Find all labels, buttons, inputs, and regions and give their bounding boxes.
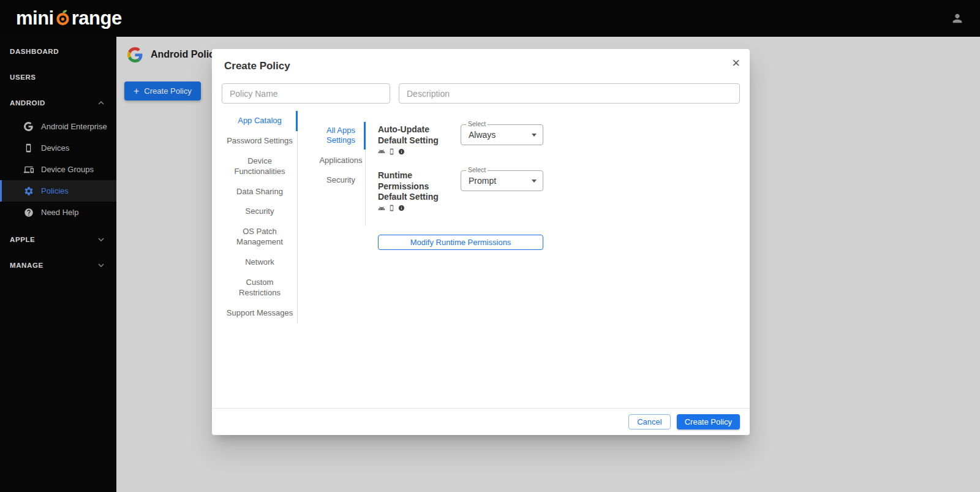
select-value: Always [461,125,543,145]
user-account-button[interactable] [951,12,964,25]
close-icon[interactable]: × [732,56,740,70]
top-header: mini range [0,0,980,37]
select-floating-label: Select [466,167,488,173]
settings-panel: Auto-Update Default Setting Select Alway… [378,124,543,250]
setting-label-block: Runtime Permissions Default Setting [378,170,458,212]
android-icon [378,205,385,212]
smartphone-icon [388,205,395,211]
tab-custom-restrictions[interactable]: Custom Restrictions [222,273,298,303]
smartphone-icon [388,148,395,155]
tab-network[interactable]: Network [222,252,298,273]
chevron-down-icon [532,180,537,183]
select-value: Prompt [461,171,543,191]
modal-body: App Catalog Password Settings Device Fun… [212,104,750,408]
logo-text-mini: mini [16,7,54,29]
select-floating-label: Select [466,121,488,127]
logo-text-range: range [72,7,122,29]
tab-data-sharing[interactable]: Data Sharing [222,182,298,202]
create-policy-submit-button[interactable]: Create Policy [677,414,740,430]
subtab-applications[interactable]: Applications [316,151,366,170]
modal-inputs-row [212,83,750,104]
android-icon [378,148,385,155]
chevron-down-icon [532,134,537,137]
info-icon [398,205,405,211]
tab-app-catalog[interactable]: App Catalog [222,111,298,131]
description-input[interactable] [399,83,740,104]
runtime-permissions-select[interactable]: Select Prompt [461,170,543,191]
setting-label: Auto-Update Default Setting [378,124,458,146]
policy-section-tabs: App Catalog Password Settings Device Fun… [222,111,298,324]
subtab-all-apps-settings[interactable]: All Apps Settings [316,121,366,151]
policy-name-input[interactable] [222,83,390,104]
subtab-security[interactable]: Security [316,170,366,190]
setting-label-block: Auto-Update Default Setting [378,124,458,155]
modal-title: Create Policy [224,60,737,72]
app-catalog-subtabs: All Apps Settings Applications Security [316,121,366,226]
runtime-permissions-setting-row: Runtime Permissions Default Setting Sele… [378,170,543,212]
modify-runtime-permissions-button[interactable]: Modify Runtime Permissions [378,235,543,250]
tab-os-patch-management[interactable]: OS Patch Management [222,222,298,252]
platform-icons [378,148,458,155]
tab-support-messages[interactable]: Support Messages [222,303,298,324]
auto-update-setting-row: Auto-Update Default Setting Select Alway… [378,124,543,155]
modal-footer: Cancel Create Policy [212,408,750,435]
modal-header: Create Policy × [212,49,750,72]
person-icon [951,12,964,25]
tab-security[interactable]: Security [222,202,298,222]
setting-label: Runtime Permissions Default Setting [378,170,458,203]
auto-update-select[interactable]: Select Always [461,124,543,145]
miniorange-logo: mini range [16,6,122,31]
cancel-button[interactable]: Cancel [628,414,670,430]
orange-ring-icon [55,9,71,31]
info-icon [398,148,405,155]
create-policy-modal: Create Policy × App Catalog Password Set… [212,49,750,435]
platform-icons [378,205,458,212]
tab-device-functionalities[interactable]: Device Functionalities [222,151,298,182]
tab-password-settings[interactable]: Password Settings [222,131,298,151]
